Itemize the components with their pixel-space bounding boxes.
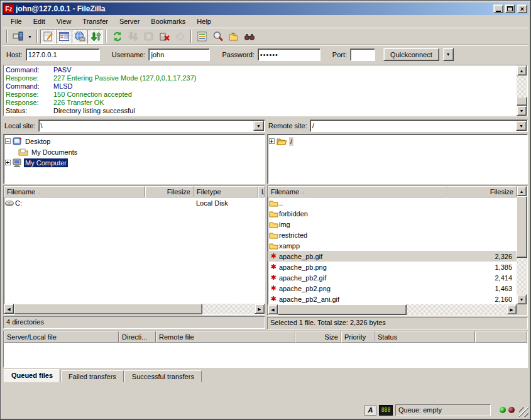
menu-bookmarks[interactable]: Bookmarks — [145, 16, 191, 26]
image-file-icon: ✱ — [268, 274, 279, 281]
binoculars-icon — [244, 31, 255, 42]
chevron-down-icon[interactable]: ▼ — [253, 121, 264, 131]
file-row[interactable]: img — [268, 219, 517, 229]
directory-listing-filters-button[interactable] — [194, 30, 210, 44]
scroll-thumb[interactable] — [14, 304, 202, 314]
file-row[interactable]: forbidden — [268, 208, 517, 219]
disconnect-button[interactable] — [156, 30, 172, 44]
column-filename[interactable]: Filename▵ — [268, 186, 447, 197]
tree-item-desktop[interactable]: Desktop — [5, 136, 263, 146]
speed-limit-icon[interactable]: 888 — [379, 405, 393, 416]
process-queue-button[interactable] — [125, 30, 141, 44]
transfer-type-ascii-icon[interactable]: A — [364, 405, 376, 416]
tree-item-my-documents[interactable]: My Documents — [5, 146, 263, 157]
menu-help[interactable]: Help — [191, 16, 217, 26]
column-filename[interactable]: Filename▵ — [4, 186, 145, 197]
local-status-text: 4 directories — [3, 316, 265, 329]
remote-hscrollbar[interactable]: ◀ ▶ — [268, 304, 527, 315]
toggle-message-log-button[interactable] — [40, 30, 56, 44]
log-scrollbar[interactable]: ▲ ▼ — [517, 65, 527, 116]
scroll-down-icon[interactable]: ▼ — [517, 106, 527, 116]
remote-vscrollbar[interactable]: ▲ ▼ — [517, 186, 527, 304]
chevron-down-icon: ▼ — [446, 52, 451, 57]
column-priority[interactable]: Priority — [341, 331, 375, 343]
column-filetype[interactable]: Filetype — [194, 186, 258, 197]
close-button[interactable]: × — [517, 4, 527, 13]
file-row-selected[interactable]: ✱apache_pb.gif2,326 — [268, 251, 517, 262]
scroll-left-icon[interactable]: ◀ — [4, 304, 14, 314]
file-row[interactable]: .. — [268, 197, 517, 208]
expand-icon[interactable] — [269, 138, 275, 144]
message-log-icon — [43, 31, 54, 42]
column-direction[interactable]: Directi... — [119, 331, 156, 343]
file-row[interactable]: ✱apache_pb.png1,385 — [268, 262, 517, 272]
minimize-button[interactable] — [493, 4, 503, 13]
synchronized-browsing-button[interactable] — [241, 30, 257, 44]
cancel-operation-button[interactable] — [141, 30, 156, 44]
menu-server[interactable]: Server — [114, 16, 145, 26]
filezilla-logo-icon: Fz — [4, 4, 14, 13]
scroll-thumb[interactable] — [278, 304, 407, 315]
menu-view[interactable]: View — [51, 16, 77, 26]
site-manager-dropdown[interactable]: ▼ — [26, 30, 34, 44]
local-drive-row[interactable]: C: Local Disk — [4, 197, 265, 208]
log-line: Command:MLSD — [6, 82, 515, 91]
file-row[interactable]: restricted — [268, 229, 517, 240]
file-row[interactable]: ✱apache_pb2.png1,463 — [268, 283, 517, 294]
scroll-right-icon[interactable]: ▶ — [255, 304, 265, 314]
column-status[interactable]: Status — [375, 331, 475, 343]
tab-queued-files[interactable]: Queued files — [4, 369, 60, 382]
file-row[interactable]: ✱apache_pb2_ani.gif2,160 — [268, 294, 517, 304]
search-icon — [212, 31, 224, 42]
tree-item-root[interactable]: / — [269, 136, 526, 146]
scroll-up-icon[interactable]: ▲ — [517, 186, 527, 196]
tree-item-my-computer[interactable]: My Computer — [5, 157, 263, 168]
abort-button[interactable] — [172, 30, 188, 44]
toggle-transfer-queue-button[interactable] — [87, 30, 103, 44]
maximize-button[interactable] — [505, 4, 515, 13]
filezilla-window: Fz john@127.0.0.1 - FileZilla × File Edi… — [0, 0, 531, 420]
column-remote-file[interactable]: Remote file — [156, 331, 295, 343]
host-input[interactable] — [26, 48, 100, 61]
resize-grip[interactable] — [519, 407, 528, 417]
scroll-right-icon[interactable]: ▶ — [506, 304, 517, 314]
port-input[interactable] — [350, 48, 375, 61]
quickconnect-button[interactable]: Quickconnect — [383, 48, 439, 61]
toolbar-separator — [36, 30, 38, 43]
password-input[interactable] — [258, 48, 320, 61]
scroll-up-icon[interactable]: ▲ — [517, 65, 527, 75]
toggle-local-tree-button[interactable] — [56, 30, 72, 44]
column-server-local-file[interactable]: Server/Local file — [4, 331, 119, 343]
scroll-thumb[interactable] — [517, 196, 527, 258]
receive-indicator-led — [508, 407, 515, 413]
local-site-combo[interactable]: \ ▼ — [38, 119, 265, 132]
collapse-icon[interactable] — [5, 138, 11, 144]
column-last-modified[interactable]: L — [258, 186, 265, 197]
menu-transfer[interactable]: Transfer — [77, 16, 114, 26]
menu-edit[interactable]: Edit — [28, 16, 51, 26]
column-filesize[interactable]: Filesize — [145, 186, 194, 197]
refresh-button[interactable] — [109, 30, 125, 44]
file-row[interactable]: ✱apache_pb2.gif2,414 — [268, 272, 517, 283]
file-search-button[interactable] — [210, 30, 226, 44]
chevron-down-icon[interactable]: ▼ — [516, 121, 527, 131]
username-input[interactable] — [148, 48, 210, 61]
column-filesize[interactable]: Filesize — [447, 186, 517, 197]
scroll-left-icon[interactable]: ◀ — [268, 304, 278, 314]
remote-status-text: Selected 1 file. Total size: 2,326 bytes — [267, 317, 528, 329]
tab-failed-transfers[interactable]: Failed transfers — [61, 370, 124, 382]
cancel-icon — [143, 31, 155, 42]
scroll-thumb[interactable] — [517, 97, 527, 106]
file-row[interactable]: xampp — [268, 240, 517, 251]
directory-comparison-button[interactable] — [226, 30, 241, 44]
quickconnect-dropdown[interactable]: ▼ — [443, 48, 454, 61]
local-hscrollbar[interactable]: ◀ ▶ — [4, 304, 265, 314]
site-manager-button[interactable] — [10, 30, 26, 44]
scroll-down-icon[interactable]: ▼ — [517, 294, 527, 304]
expand-icon[interactable] — [5, 160, 11, 165]
remote-site-combo[interactable]: / ▼ — [310, 119, 528, 132]
menu-file[interactable]: File — [5, 16, 28, 26]
tab-successful-transfers[interactable]: Successful transfers — [124, 370, 202, 382]
column-size[interactable]: Size — [295, 331, 341, 343]
toggle-remote-tree-button[interactable] — [72, 30, 87, 44]
